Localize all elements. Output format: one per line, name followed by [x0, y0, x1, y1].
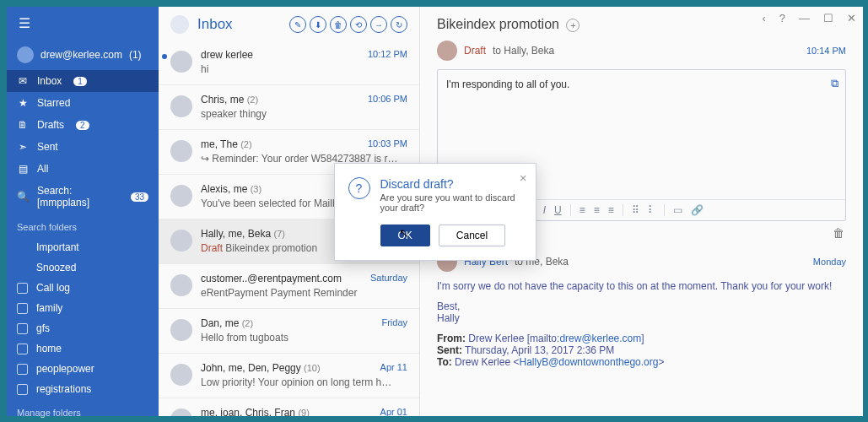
- dialog-close-icon[interactable]: ×: [520, 170, 527, 185]
- dialog-title: Discard draft?: [380, 177, 522, 191]
- ok-button[interactable]: OK: [380, 225, 430, 246]
- discard-draft-dialog: × ? Discard draft? Are you sure you want…: [334, 163, 536, 261]
- question-icon: ?: [348, 177, 370, 199]
- cancel-button[interactable]: Cancel: [439, 225, 505, 246]
- dialog-text: Are you sure you want to discard your dr…: [380, 192, 522, 213]
